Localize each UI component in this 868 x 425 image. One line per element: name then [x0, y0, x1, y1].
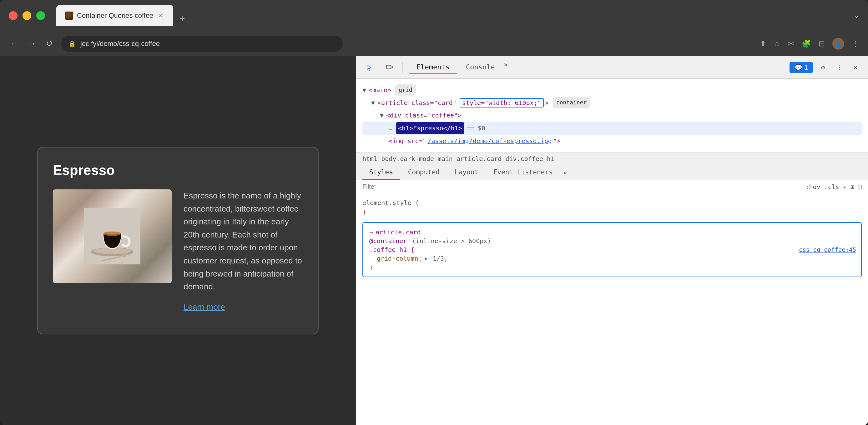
address-bar: ← → ↺ 🔒 jec.fyi/demo/css-cq-coffee ⬆ ☆ ✂…: [0, 31, 868, 56]
extend-button[interactable]: ⌄: [854, 11, 859, 20]
cq-close-brace: }: [369, 263, 373, 271]
article-close: >: [545, 97, 549, 108]
puzzle-icon[interactable]: 🧩: [802, 39, 811, 48]
svg-rect-8: [391, 66, 393, 68]
bc-body[interactable]: body.dark-mode: [381, 155, 434, 163]
filter-actions: :hov .cls + ⊞ ◫: [805, 183, 862, 191]
style-attr[interactable]: style="width: 610px;": [460, 98, 544, 107]
div-tag[interactable]: <div class="coffee">: [386, 110, 462, 121]
cq-prop-line: grid-column: ▶ 1/3;: [369, 254, 855, 263]
back-button[interactable]: ←: [9, 39, 20, 48]
window-icon[interactable]: ⊡: [818, 39, 825, 48]
device-toolbar-icon[interactable]: [382, 61, 396, 74]
triangle-icon-2: ▼: [371, 97, 375, 108]
layout-icon[interactable]: ◫: [858, 183, 862, 191]
address-actions: ⬆ ☆ ✂ 🧩 ⊡ 👤 ⋮: [760, 38, 859, 50]
new-tab-button[interactable]: +: [175, 11, 190, 26]
filter-input[interactable]: [362, 183, 801, 190]
cq-article-selector[interactable]: article.card: [375, 228, 421, 236]
url-bar[interactable]: 🔒 jec.fyi/demo/css-cq-coffee: [61, 36, 343, 52]
lock-icon: 🔒: [68, 40, 76, 47]
element-style-close: }: [362, 208, 862, 216]
cls-button[interactable]: .cls: [824, 183, 839, 191]
notification-button[interactable]: 💬 1: [789, 62, 813, 73]
card-body: Espresso is the name of a highly concent…: [53, 189, 303, 312]
container-pill: container: [553, 97, 591, 108]
cq-sub-selector-line: .coffee h1 {: [369, 245, 855, 254]
cq-condition: (inline-size > 600px): [408, 237, 491, 245]
dom-line-main: ▼ <main> grid: [362, 84, 862, 96]
dollar-zero: $0: [478, 123, 485, 134]
element-style-rule: element.style { }: [362, 199, 862, 216]
layout-tab[interactable]: Layout: [448, 165, 485, 180]
bc-article[interactable]: article.card: [457, 155, 502, 163]
svg-rect-7: [386, 65, 391, 69]
triangle-icon: ▼: [362, 85, 366, 96]
devtools-tabs: Elements Console »: [409, 61, 510, 74]
notification-count: 1: [804, 64, 808, 71]
bc-html[interactable]: html: [362, 155, 377, 163]
cq-prop-triangle-icon: ▶: [425, 256, 428, 261]
forward-button[interactable]: →: [26, 39, 37, 48]
dots-icon: …: [389, 123, 393, 134]
reload-button[interactable]: ↺: [44, 39, 55, 48]
styles-sub-tabs: Styles Computed Layout Event Listeners »: [356, 165, 868, 180]
toolbar-separator: [402, 62, 403, 73]
h1-element[interactable]: <h1>Espresso</h1>: [396, 122, 464, 134]
copy-style-icon[interactable]: ⊞: [850, 183, 854, 191]
add-style-icon[interactable]: +: [843, 183, 847, 191]
svg-point-4: [104, 232, 120, 235]
maximize-button[interactable]: [36, 11, 45, 20]
traffic-lights: [9, 11, 45, 20]
cq-source-link[interactable]: css-cq-coffee:45: [799, 246, 856, 253]
dom-line-h1[interactable]: … <h1>Espresso</h1> == $0: [362, 122, 862, 135]
card-description: Espresso is the name of a highly concent…: [184, 189, 303, 293]
element-picker-icon[interactable]: [362, 61, 376, 74]
kebab-icon[interactable]: ⋮: [833, 61, 845, 74]
event-listeners-tab[interactable]: Event Listeners: [487, 165, 560, 180]
equals-sign: ==: [467, 123, 475, 134]
styles-tab[interactable]: Styles: [362, 165, 400, 180]
learn-more-link[interactable]: Learn more: [184, 302, 303, 312]
console-tab[interactable]: Console: [458, 61, 502, 74]
active-tab[interactable]: Container Queries coffee ✕: [56, 5, 173, 26]
article-tag[interactable]: <article class="card": [377, 97, 457, 108]
bc-main[interactable]: main: [438, 155, 453, 163]
img-src-link[interactable]: /assets/img/demo/cof-espresso.jpg: [428, 135, 552, 146]
more-tabs-icon[interactable]: »: [504, 61, 508, 74]
card-title: Espresso: [53, 163, 303, 178]
content-area: Espresso: [0, 56, 868, 425]
devtools-topbar: Elements Console » 💬 1 ⚙ ⋮ ✕: [356, 56, 868, 79]
user-avatar[interactable]: 👤: [832, 38, 844, 50]
bookmark-icon[interactable]: ☆: [774, 39, 780, 48]
coffee-image: [53, 189, 172, 283]
devtools-close-icon[interactable]: ✕: [849, 61, 862, 74]
main-pill: grid: [395, 85, 416, 96]
cq-close-line: }: [369, 263, 855, 271]
main-tag[interactable]: <main>: [369, 85, 391, 96]
dom-line-div: ▼ <div class="coffee">: [362, 109, 862, 122]
settings-icon[interactable]: ⚙: [817, 61, 829, 74]
coffee-card: Espresso: [37, 147, 319, 334]
bc-h1[interactable]: h1: [547, 155, 554, 163]
devtools-panel: Elements Console » 💬 1 ⚙ ⋮ ✕: [356, 56, 868, 425]
share-icon[interactable]: ⬆: [760, 39, 766, 48]
tab-favicon: [65, 11, 73, 20]
hov-button[interactable]: :hov: [805, 183, 820, 191]
styles-more-icon[interactable]: »: [563, 169, 567, 176]
tab-close-button[interactable]: ✕: [157, 12, 164, 20]
computed-tab[interactable]: Computed: [401, 165, 446, 180]
elements-tab[interactable]: Elements: [409, 61, 457, 74]
minimize-button[interactable]: [23, 11, 31, 20]
devtools-right-buttons: 💬 1 ⚙ ⋮ ✕: [789, 61, 862, 74]
close-button[interactable]: [9, 11, 18, 20]
tab-label: Container Queries coffee: [77, 11, 153, 20]
more-icon[interactable]: ⋮: [852, 39, 859, 48]
bc-div-coffee[interactable]: div.coffee: [505, 155, 543, 163]
title-bar: Container Queries coffee ✕ + ⌄: [0, 0, 868, 31]
container-query-block: → article.card @container (inline-size >…: [362, 222, 862, 277]
cut-icon[interactable]: ✂: [788, 39, 794, 48]
cq-prop-value: 1/3;: [429, 255, 448, 262]
dom-tree: ▼ <main> grid ▼ <article class="card" st…: [356, 79, 868, 153]
espresso-svg: [84, 208, 141, 264]
